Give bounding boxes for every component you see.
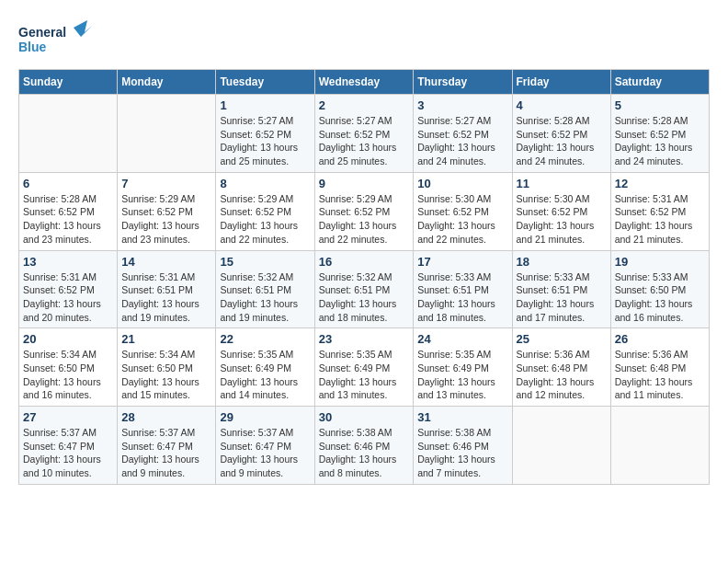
day-info: Sunrise: 5:35 AM Sunset: 6:49 PM Dayligh…	[220, 348, 310, 402]
calendar-cell: 31Sunrise: 5:38 AM Sunset: 6:46 PM Dayli…	[414, 407, 512, 485]
day-number: 26	[615, 332, 705, 346]
calendar-cell: 10Sunrise: 5:30 AM Sunset: 6:52 PM Dayli…	[414, 172, 512, 250]
day-number: 15	[220, 255, 310, 269]
calendar-cell: 30Sunrise: 5:38 AM Sunset: 6:46 PM Dayli…	[314, 407, 414, 485]
calendar-week-row: 6Sunrise: 5:28 AM Sunset: 6:52 PM Daylig…	[19, 172, 710, 250]
calendar-cell: 16Sunrise: 5:32 AM Sunset: 6:51 PM Dayli…	[314, 250, 414, 328]
day-info: Sunrise: 5:28 AM Sunset: 6:52 PM Dayligh…	[517, 114, 607, 168]
calendar-cell: 2Sunrise: 5:27 AM Sunset: 6:52 PM Daylig…	[314, 95, 414, 173]
calendar-cell: 1Sunrise: 5:27 AM Sunset: 6:52 PM Daylig…	[216, 95, 314, 173]
svg-text:General: General	[18, 25, 66, 40]
day-number: 5	[615, 98, 705, 112]
calendar-week-row: 1Sunrise: 5:27 AM Sunset: 6:52 PM Daylig…	[19, 95, 710, 173]
day-number: 19	[615, 255, 705, 269]
day-info: Sunrise: 5:30 AM Sunset: 6:52 PM Dayligh…	[517, 192, 607, 247]
day-info: Sunrise: 5:33 AM Sunset: 6:51 PM Dayligh…	[517, 270, 607, 325]
calendar-header-row: SundayMondayTuesdayWednesdayThursdayFrid…	[19, 70, 710, 95]
calendar-cell: 25Sunrise: 5:36 AM Sunset: 6:48 PM Dayli…	[512, 328, 610, 407]
day-number: 18	[517, 255, 607, 269]
day-number: 20	[23, 332, 113, 346]
day-info: Sunrise: 5:31 AM Sunset: 6:52 PM Dayligh…	[23, 270, 113, 325]
day-info: Sunrise: 5:28 AM Sunset: 6:52 PM Dayligh…	[23, 192, 113, 247]
calendar-cell: 18Sunrise: 5:33 AM Sunset: 6:51 PM Dayli…	[512, 250, 610, 328]
day-number: 7	[121, 177, 211, 190]
day-info: Sunrise: 5:37 AM Sunset: 6:47 PM Dayligh…	[23, 426, 113, 480]
day-number: 1	[220, 98, 310, 112]
day-info: Sunrise: 5:31 AM Sunset: 6:51 PM Dayligh…	[121, 270, 211, 325]
day-number: 6	[23, 177, 113, 190]
day-number: 4	[517, 98, 607, 112]
day-info: Sunrise: 5:36 AM Sunset: 6:48 PM Dayligh…	[517, 348, 607, 402]
day-number: 23	[319, 332, 410, 346]
calendar-cell: 5Sunrise: 5:28 AM Sunset: 6:52 PM Daylig…	[610, 95, 709, 173]
day-info: Sunrise: 5:36 AM Sunset: 6:48 PM Dayligh…	[615, 348, 705, 402]
calendar-cell: 6Sunrise: 5:28 AM Sunset: 6:52 PM Daylig…	[19, 172, 118, 250]
page-header: General Blue	[18, 18, 710, 60]
calendar-header-saturday: Saturday	[610, 70, 709, 95]
day-number: 3	[417, 98, 507, 112]
day-info: Sunrise: 5:37 AM Sunset: 6:47 PM Dayligh…	[121, 426, 211, 480]
day-number: 2	[319, 98, 410, 112]
day-number: 13	[23, 255, 113, 269]
calendar-table: SundayMondayTuesdayWednesdayThursdayFrid…	[18, 69, 710, 485]
day-number: 14	[121, 255, 211, 269]
day-number: 29	[220, 410, 310, 424]
day-info: Sunrise: 5:37 AM Sunset: 6:47 PM Dayligh…	[220, 426, 310, 480]
day-number: 22	[220, 332, 310, 346]
svg-marker-2	[74, 20, 92, 37]
day-info: Sunrise: 5:32 AM Sunset: 6:51 PM Dayligh…	[319, 270, 410, 325]
calendar-header-monday: Monday	[118, 70, 216, 95]
calendar-week-row: 20Sunrise: 5:34 AM Sunset: 6:50 PM Dayli…	[19, 328, 710, 407]
day-info: Sunrise: 5:38 AM Sunset: 6:46 PM Dayligh…	[319, 426, 410, 480]
day-info: Sunrise: 5:31 AM Sunset: 6:52 PM Dayligh…	[615, 192, 705, 247]
calendar-cell: 29Sunrise: 5:37 AM Sunset: 6:47 PM Dayli…	[216, 407, 314, 485]
day-number: 17	[417, 255, 507, 269]
day-number: 30	[319, 410, 410, 424]
calendar-cell: 22Sunrise: 5:35 AM Sunset: 6:49 PM Dayli…	[216, 328, 314, 407]
calendar-cell: 3Sunrise: 5:27 AM Sunset: 6:52 PM Daylig…	[414, 95, 512, 173]
day-info: Sunrise: 5:29 AM Sunset: 6:52 PM Dayligh…	[121, 192, 211, 247]
calendar-cell	[610, 407, 709, 485]
logo: General Blue	[18, 18, 92, 60]
day-info: Sunrise: 5:27 AM Sunset: 6:52 PM Dayligh…	[220, 114, 310, 168]
calendar-cell	[19, 95, 118, 173]
day-number: 10	[417, 177, 507, 190]
calendar-header-sunday: Sunday	[19, 70, 118, 95]
day-number: 28	[121, 410, 211, 424]
day-number: 11	[517, 177, 607, 190]
day-number: 27	[23, 410, 113, 424]
day-info: Sunrise: 5:33 AM Sunset: 6:51 PM Dayligh…	[417, 270, 507, 325]
logo-svg: General Blue	[18, 18, 92, 60]
day-info: Sunrise: 5:30 AM Sunset: 6:52 PM Dayligh…	[417, 192, 507, 247]
calendar-cell: 7Sunrise: 5:29 AM Sunset: 6:52 PM Daylig…	[118, 172, 216, 250]
day-info: Sunrise: 5:35 AM Sunset: 6:49 PM Dayligh…	[417, 348, 507, 402]
day-info: Sunrise: 5:27 AM Sunset: 6:52 PM Dayligh…	[417, 114, 507, 168]
day-number: 25	[517, 332, 607, 346]
calendar-cell: 15Sunrise: 5:32 AM Sunset: 6:51 PM Dayli…	[216, 250, 314, 328]
calendar-cell: 28Sunrise: 5:37 AM Sunset: 6:47 PM Dayli…	[118, 407, 216, 485]
calendar-cell: 19Sunrise: 5:33 AM Sunset: 6:50 PM Dayli…	[610, 250, 709, 328]
day-number: 31	[417, 410, 507, 424]
calendar-header-friday: Friday	[512, 70, 610, 95]
day-number: 24	[417, 332, 507, 346]
day-number: 12	[615, 177, 705, 190]
day-info: Sunrise: 5:29 AM Sunset: 6:52 PM Dayligh…	[319, 192, 410, 247]
calendar-cell: 8Sunrise: 5:29 AM Sunset: 6:52 PM Daylig…	[216, 172, 314, 250]
calendar-cell: 13Sunrise: 5:31 AM Sunset: 6:52 PM Dayli…	[19, 250, 118, 328]
calendar-cell: 27Sunrise: 5:37 AM Sunset: 6:47 PM Dayli…	[19, 407, 118, 485]
calendar-week-row: 27Sunrise: 5:37 AM Sunset: 6:47 PM Dayli…	[19, 407, 710, 485]
day-info: Sunrise: 5:32 AM Sunset: 6:51 PM Dayligh…	[220, 270, 310, 325]
day-info: Sunrise: 5:28 AM Sunset: 6:52 PM Dayligh…	[615, 114, 705, 168]
calendar-header-thursday: Thursday	[414, 70, 512, 95]
day-info: Sunrise: 5:35 AM Sunset: 6:49 PM Dayligh…	[319, 348, 410, 402]
day-info: Sunrise: 5:34 AM Sunset: 6:50 PM Dayligh…	[121, 348, 211, 402]
calendar-cell: 12Sunrise: 5:31 AM Sunset: 6:52 PM Dayli…	[610, 172, 709, 250]
calendar-cell	[118, 95, 216, 173]
day-number: 16	[319, 255, 410, 269]
calendar-cell: 24Sunrise: 5:35 AM Sunset: 6:49 PM Dayli…	[414, 328, 512, 407]
day-number: 21	[121, 332, 211, 346]
calendar-cell: 26Sunrise: 5:36 AM Sunset: 6:48 PM Dayli…	[610, 328, 709, 407]
calendar-cell: 4Sunrise: 5:28 AM Sunset: 6:52 PM Daylig…	[512, 95, 610, 173]
day-info: Sunrise: 5:27 AM Sunset: 6:52 PM Dayligh…	[319, 114, 410, 168]
calendar-cell: 14Sunrise: 5:31 AM Sunset: 6:51 PM Dayli…	[118, 250, 216, 328]
